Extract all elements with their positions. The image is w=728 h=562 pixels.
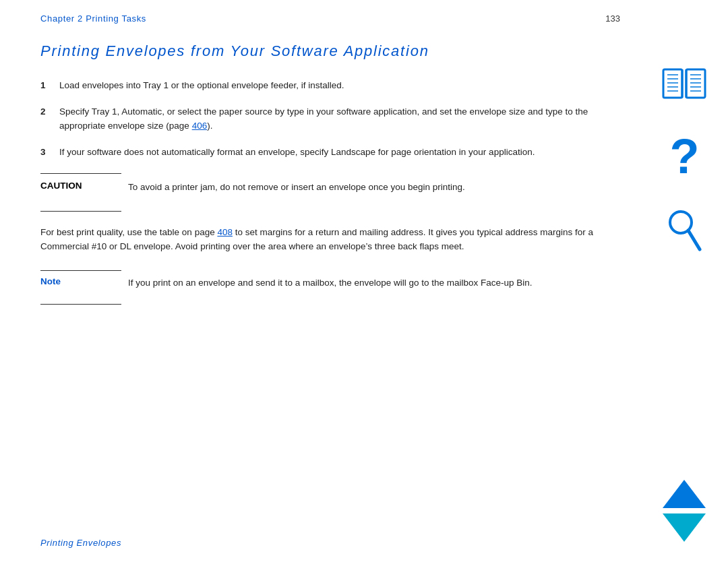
question-icon: ? [666,131,703,185]
svg-line-16 [688,230,700,249]
caution-block: CAUTION To avoid a printer jam, do not r… [40,181,620,195]
list-item: 2 Specify Tray 1, Automatic, or select t… [40,105,620,133]
list-number-1: 1 [40,79,59,93]
page-title: Printing Envelopes from Your Software Ap… [40,42,620,60]
list-text-2: Specify Tray 1, Automatic, or select the… [59,105,620,133]
sidebar-icons: ? [640,0,728,562]
question-icon-area[interactable]: ? [654,128,715,189]
list-text-1: Load envelopes into Tray 1 or the option… [59,79,620,93]
magnifier-icon-area[interactable] [654,202,715,263]
list-number-3: 3 [40,146,59,160]
caution-divider-bottom [40,211,121,212]
main-content: Chapter 2 Printing Tasks 133 Printing En… [40,0,634,562]
caution-label: CAUTION [40,181,128,191]
arrow-down-icon[interactable] [663,513,706,542]
svg-text:?: ? [669,131,699,183]
list-text-2-before: Specify Tray 1, Automatic, or select the… [59,106,588,131]
list-number-2: 2 [40,105,59,133]
list-text-2-after: ). [207,121,212,131]
note-section: Note If you print on an envelope and sen… [40,270,620,305]
header-chapter[interactable]: Chapter 2 Printing Tasks [40,13,146,24]
magnifier-icon [666,209,703,256]
book-icon [661,64,708,104]
body-text-before: For best print quality, use the table on… [40,227,217,237]
caution-text: To avoid a printer jam, do not remove or… [128,181,620,195]
arrow-up-icon[interactable] [663,480,706,508]
note-label: Note [40,276,128,286]
caution-section: CAUTION To avoid a printer jam, do not r… [40,173,620,212]
svg-rect-0 [663,69,682,98]
body-paragraph: For best print quality, use the table on… [40,225,620,254]
note-divider-bottom [40,304,121,305]
note-block: Note If you print on an envelope and sen… [40,276,620,290]
list-item: 3 If your software does not automaticall… [40,146,620,160]
note-divider-top [40,270,121,271]
header-page-number: 133 [605,13,620,24]
list-text-3: If your software does not automatically … [59,146,620,160]
header-bar: Chapter 2 Printing Tasks 133 [40,13,620,29]
footer-bar: Printing Envelopes [40,536,121,549]
steps-list: 1 Load envelopes into Tray 1 or the opti… [40,79,620,160]
nav-arrows [663,480,706,542]
link-408[interactable]: 408 [217,227,233,237]
caution-divider-top [40,173,121,174]
book-icon-area[interactable] [654,54,715,115]
svg-rect-1 [686,69,705,98]
list-item: 1 Load envelopes into Tray 1 or the opti… [40,79,620,93]
note-text: If you print on an envelope and send it … [128,276,620,290]
footer-link[interactable]: Printing Envelopes [40,538,121,548]
link-406[interactable]: 406 [192,121,208,131]
